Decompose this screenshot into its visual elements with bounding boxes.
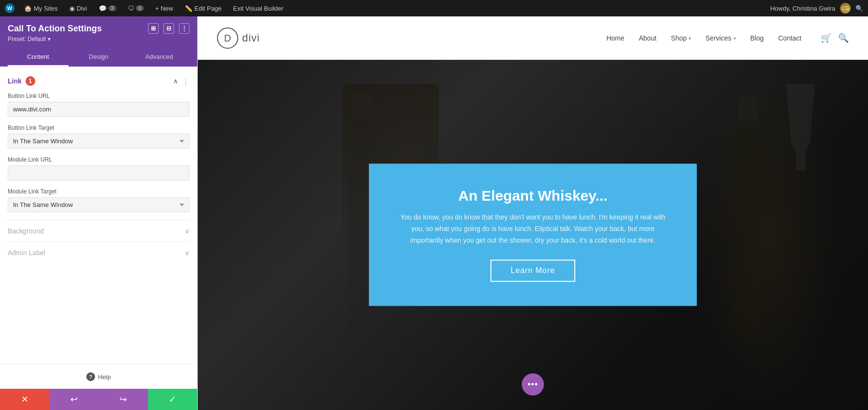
- floating-action-button[interactable]: •••: [522, 373, 544, 396]
- site-menu: Home About Shop ▾ Services ▾ Blog Contac: [606, 33, 849, 43]
- panel-footer: ✕ ↩ ↪ ✓: [0, 389, 197, 410]
- button-link-url-input[interactable]: [8, 102, 190, 117]
- services-chevron-icon: ▾: [733, 36, 736, 41]
- link-menu-icon[interactable]: ⋮: [182, 77, 190, 86]
- cta-body: You do know, you do know that they don't…: [398, 212, 668, 246]
- tab-design[interactable]: Design: [68, 48, 129, 67]
- bubbles-link[interactable]: 🗨 0: [126, 5, 146, 12]
- panel-title-text: Call To Action Settings: [8, 24, 102, 34]
- module-link-target-field: Module Link Target In The Same Window In…: [8, 188, 190, 212]
- background-section-header[interactable]: Background ∨: [8, 227, 190, 235]
- undo-button[interactable]: ↩: [49, 389, 98, 410]
- module-link-target-select[interactable]: In The Same Window In A New Window: [8, 197, 190, 212]
- bubble-icon: 🗨: [128, 5, 134, 12]
- panel-preset[interactable]: Preset: Default: [8, 36, 190, 42]
- nav-contact[interactable]: Contact: [778, 34, 801, 42]
- user-greeting: Howdy, Christina Gwira: [770, 5, 835, 12]
- admin-label-chevron-icon: ∨: [185, 249, 190, 257]
- button-link-target-field: Button Link Target In The Same Window In…: [8, 124, 190, 149]
- redo-button[interactable]: ↪: [99, 389, 148, 410]
- dots-icon: •••: [528, 380, 538, 390]
- bottle-silhouette-right: [723, 60, 772, 375]
- admin-label-section-header[interactable]: Admin Label ∨: [8, 249, 190, 257]
- nav-about[interactable]: About: [639, 34, 657, 42]
- button-link-target-label: Button Link Target: [8, 124, 190, 131]
- admin-search-icon[interactable]: 🔍: [855, 5, 863, 12]
- cancel-button[interactable]: ✕: [0, 389, 49, 410]
- background-chevron-icon: ∨: [185, 227, 190, 235]
- svg-rect-0: [352, 90, 371, 119]
- panel-body: Link 1 ∧ ⋮ Button Link URL Button Link T…: [0, 67, 197, 364]
- panel-icon-columns[interactable]: ⊟: [163, 23, 174, 34]
- save-button[interactable]: ✓: [148, 389, 197, 410]
- save-icon: ✓: [169, 394, 176, 405]
- cart-icon[interactable]: 🛒: [821, 33, 831, 43]
- right-panel: D divi Home About Shop ▾ Services ▾: [198, 16, 868, 410]
- nav-icons: 🛒 🔍: [821, 33, 849, 43]
- nav-services[interactable]: Services ▾: [705, 34, 736, 42]
- comment-icon: 💬: [99, 5, 107, 12]
- panel-title-row: Call To Action Settings ⊞ ⊟ ⋮: [8, 23, 190, 34]
- nav-blog[interactable]: Blog: [750, 34, 764, 42]
- admin-label-section: Admin Label ∨: [8, 242, 190, 263]
- button-link-url-label: Button Link URL: [8, 93, 190, 99]
- logo-text: divi: [242, 32, 260, 44]
- wp-logo-icon[interactable]: W: [5, 3, 14, 13]
- svg-rect-3: [733, 121, 762, 338]
- link-chevron-icon[interactable]: ∧: [173, 77, 178, 85]
- cta-button[interactable]: Learn More: [490, 260, 575, 282]
- link-section-controls: ∧ ⋮: [173, 77, 190, 86]
- admin-bar: W 🏠 My Sites ◉ Divi 💬 3 🗨 0 + New ✏️ Edi…: [0, 0, 868, 16]
- logo-circle: D: [217, 27, 238, 49]
- divi-icon: ◉: [69, 5, 75, 12]
- svg-rect-2: [738, 97, 757, 121]
- panel-title-icons: ⊞ ⊟ ⋮: [148, 23, 190, 34]
- pencil-icon: ✏️: [185, 5, 192, 12]
- nav-home[interactable]: Home: [606, 34, 624, 42]
- tab-content[interactable]: Content: [8, 48, 68, 67]
- background-section-title: Background: [8, 227, 44, 235]
- new-link[interactable]: + New: [153, 5, 175, 12]
- left-panel: Call To Action Settings ⊞ ⊟ ⋮ Preset: De…: [0, 16, 198, 410]
- panel-icon-more[interactable]: ⋮: [179, 23, 190, 34]
- button-link-url-field: Button Link URL: [8, 93, 190, 117]
- panel-tabs: Content Design Advanced: [8, 48, 190, 67]
- bubbles-badge: 0: [136, 5, 144, 11]
- panel-header: Call To Action Settings ⊞ ⊟ ⋮ Preset: De…: [0, 16, 197, 67]
- comments-link[interactable]: 💬 3: [97, 5, 118, 12]
- link-section-header: Link 1 ∧ ⋮: [8, 76, 190, 86]
- edit-page-link[interactable]: ✏️ Edit Page: [183, 5, 223, 12]
- link-section-title: Link: [8, 77, 22, 85]
- exit-builder-link[interactable]: Exit Visual Builder: [231, 5, 285, 12]
- panel-icon-grid[interactable]: ⊞: [148, 23, 159, 34]
- main-layout: Call To Action Settings ⊞ ⊟ ⋮ Preset: De…: [0, 16, 868, 410]
- redo-icon: ↪: [120, 394, 127, 405]
- cta-title: An Elegant Whiskey...: [398, 188, 668, 204]
- help-icon: ?: [86, 372, 95, 381]
- site-nav: D divi Home About Shop ▾ Services ▾: [198, 16, 868, 60]
- site-link[interactable]: ◉ Divi: [68, 5, 89, 12]
- search-nav-icon[interactable]: 🔍: [838, 33, 849, 43]
- module-link-url-input[interactable]: [8, 165, 190, 180]
- link-badge: 1: [26, 76, 35, 86]
- module-link-target-label: Module Link Target: [8, 188, 190, 195]
- glass-silhouette: [781, 84, 820, 180]
- help-section: ? Help: [0, 364, 197, 389]
- comments-badge: 3: [108, 5, 116, 11]
- background-section: Background ∨: [8, 220, 190, 242]
- user-avatar[interactable]: CG: [840, 3, 851, 14]
- hero-area: An Elegant Whiskey... You do know, you d…: [198, 60, 868, 410]
- undo-icon: ↩: [70, 394, 78, 405]
- tab-advanced[interactable]: Advanced: [129, 48, 190, 67]
- module-link-url-label: Module Link URL: [8, 156, 190, 163]
- my-sites-link[interactable]: 🏠 My Sites: [22, 5, 60, 12]
- nav-shop[interactable]: Shop ▾: [671, 34, 691, 42]
- button-link-target-select[interactable]: In The Same Window In A New Window: [8, 134, 190, 149]
- help-button[interactable]: ? Help: [86, 372, 111, 381]
- shop-chevron-icon: ▾: [689, 36, 691, 41]
- module-link-url-field: Module Link URL: [8, 156, 190, 180]
- house-icon: 🏠: [24, 5, 32, 12]
- cancel-icon: ✕: [21, 394, 28, 405]
- admin-bar-right: Howdy, Christina Gwira CG 🔍: [770, 3, 863, 14]
- admin-label-section-title: Admin Label: [8, 249, 45, 257]
